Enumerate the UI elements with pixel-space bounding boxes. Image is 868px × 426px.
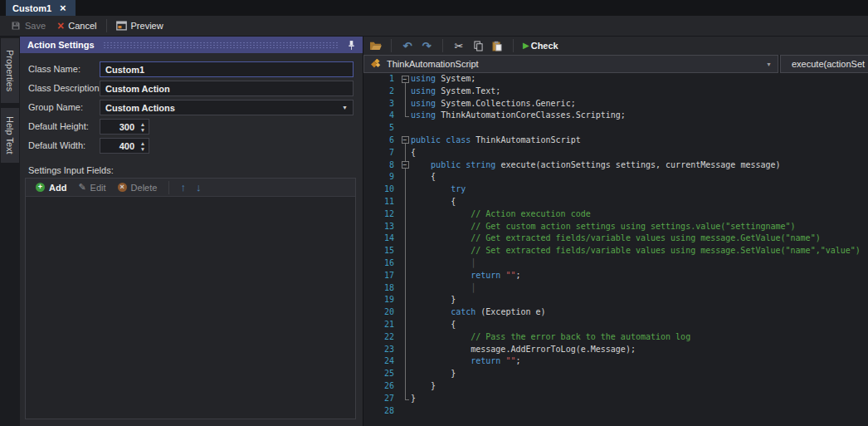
code-line[interactable]: 8 public string execute(actionSettings s…	[363, 159, 868, 172]
copy-icon	[474, 41, 483, 51]
code-line[interactable]: 7{	[363, 147, 868, 159]
code-line[interactable]: 6public class ThinkAutomationScript	[363, 135, 868, 147]
code-line[interactable]: 1using System;	[363, 73, 868, 86]
fold-guide	[400, 233, 411, 245]
add-field-button[interactable]: + Add	[32, 183, 70, 193]
editor-breadcrumb: ThinkAutomationScript ▼ execute(actionSe…	[363, 55, 868, 73]
chevron-down-icon: ▼	[766, 61, 772, 67]
edit-field-button[interactable]: ✎ Edit	[75, 182, 109, 193]
code-line[interactable]: 22 // Pass the error back to the automat…	[363, 331, 868, 344]
line-number: 28	[363, 405, 400, 418]
default-height-value: 300	[105, 122, 137, 132]
main-toolbar: Save × Cancel Preview	[0, 16, 868, 37]
spin-up-icon[interactable]: ▲	[140, 121, 145, 127]
line-number: 8	[363, 159, 400, 172]
line-number: 10	[363, 184, 400, 196]
cut-scissors-icon[interactable]: ✂	[452, 38, 466, 53]
fold-collapse-icon[interactable]	[400, 159, 411, 172]
preview-button[interactable]: Preview	[110, 17, 169, 35]
code-line[interactable]: 21 {	[363, 319, 868, 331]
fold-collapse-icon[interactable]	[400, 73, 411, 86]
code-line[interactable]: 3using System.Collections.Generic;	[363, 98, 868, 110]
copy-button[interactable]	[471, 38, 485, 53]
move-down-icon[interactable]: ↓	[193, 181, 204, 193]
spinner-arrows: ▲ ▼	[137, 139, 149, 153]
fold-guide	[400, 171, 411, 184]
pin-icon[interactable]	[348, 40, 355, 51]
code-line[interactable]: 4using ThinkAutomationCoreClasses.Script…	[363, 110, 868, 122]
code-line[interactable]: 9 {	[363, 171, 868, 184]
undo-icon[interactable]: ↶	[401, 38, 414, 53]
code-line[interactable]: 14 // Get extracted fields/variable valu…	[363, 233, 868, 245]
group-name-select[interactable]: Custom Actions ▼	[100, 100, 354, 115]
delete-circle-icon: ×	[118, 183, 127, 192]
class-description-value: Custom Action	[105, 84, 170, 94]
spin-down-icon[interactable]: ▼	[140, 146, 145, 152]
code-line[interactable]: 16 │	[363, 257, 868, 270]
line-number: 25	[363, 368, 400, 380]
code-line[interactable]: 27}	[363, 393, 868, 405]
line-number: 20	[363, 306, 400, 319]
code-line[interactable]: 19 }	[363, 294, 868, 306]
delete-field-button[interactable]: × Delete	[115, 183, 161, 193]
cancel-button[interactable]: × Cancel	[51, 17, 102, 35]
code-text: {	[411, 147, 868, 159]
line-number: 7	[363, 147, 400, 159]
cancel-label: Cancel	[68, 21, 96, 31]
save-button[interactable]: Save	[5, 17, 51, 35]
code-line[interactable]: 26 }	[363, 380, 868, 393]
code-editor[interactable]: 1using System;2using System.Text;3using …	[363, 73, 868, 426]
line-number: 23	[363, 344, 400, 356]
method-dropdown[interactable]: execute(actionSet	[780, 55, 868, 73]
fold-guide	[400, 282, 411, 295]
open-file-button[interactable]	[368, 38, 382, 53]
fold-guide	[400, 306, 411, 319]
code-line[interactable]: 12 // Action execution code	[363, 208, 868, 221]
check-button[interactable]: ▶ Check	[523, 38, 558, 53]
tab-close-icon[interactable]: ×	[60, 2, 66, 13]
code-line[interactable]: 5	[363, 122, 868, 135]
side-tab-help-text[interactable]: Help Text	[1, 108, 19, 163]
code-line[interactable]: 11 {	[363, 196, 868, 208]
code-line[interactable]: 28	[363, 405, 868, 418]
move-up-icon[interactable]: ↑	[178, 181, 188, 193]
code-line[interactable]: 10 try	[363, 184, 868, 196]
tab-custom1[interactable]: Custom1 ×	[6, 0, 76, 16]
line-number: 1	[363, 73, 400, 86]
class-description-label: Class Description:	[28, 81, 102, 96]
code-line[interactable]: 24 return "";	[363, 355, 868, 368]
code-line[interactable]: 23 message.AddErrorToLog(e.Message);	[363, 344, 868, 356]
document-tab-bar: Custom1 ×	[0, 0, 868, 16]
code-line[interactable]: 13 // Get custom action settings using s…	[363, 221, 868, 233]
side-tab-properties[interactable]: Properties	[1, 38, 19, 103]
paste-button[interactable]	[490, 38, 504, 53]
code-line[interactable]: 15 // Set extracted fields/variable valu…	[363, 245, 868, 257]
code-line[interactable]: 17 return "";	[363, 270, 868, 282]
code-text: │	[411, 257, 868, 270]
fold-guide	[400, 208, 411, 221]
line-number: 11	[363, 196, 400, 208]
line-number: 26	[363, 380, 400, 393]
default-width-stepper[interactable]: 400 ▲ ▼	[100, 138, 149, 154]
class-description-input[interactable]: Custom Action	[100, 81, 354, 96]
settings-fields-empty-area[interactable]	[26, 197, 355, 419]
default-height-stepper[interactable]: 300 ▲ ▼	[100, 119, 149, 135]
code-line[interactable]: 20 catch (Exception e)	[363, 306, 868, 319]
paste-clipboard-icon	[492, 41, 502, 51]
code-line[interactable]: 2using System.Text;	[363, 86, 868, 98]
code-line[interactable]: 18 │	[363, 282, 868, 295]
class-dropdown[interactable]: ThinkAutomationScript ▼	[363, 55, 778, 73]
fold-guide	[400, 355, 411, 368]
group-name-value: Custom Actions	[105, 103, 175, 113]
code-line[interactable]: 25 }	[363, 368, 868, 380]
line-number: 17	[363, 270, 400, 282]
class-name-input[interactable]: Custom1	[100, 61, 354, 77]
fold-guide	[400, 98, 411, 110]
code-text: // Action execution code	[411, 208, 868, 221]
spin-down-icon[interactable]: ▼	[140, 127, 145, 133]
tab-title: Custom1	[12, 3, 51, 13]
fold-collapse-icon[interactable]	[400, 135, 411, 147]
spin-up-icon[interactable]: ▲	[140, 140, 145, 146]
add-label: Add	[49, 183, 66, 193]
redo-icon[interactable]: ↷	[420, 38, 433, 53]
